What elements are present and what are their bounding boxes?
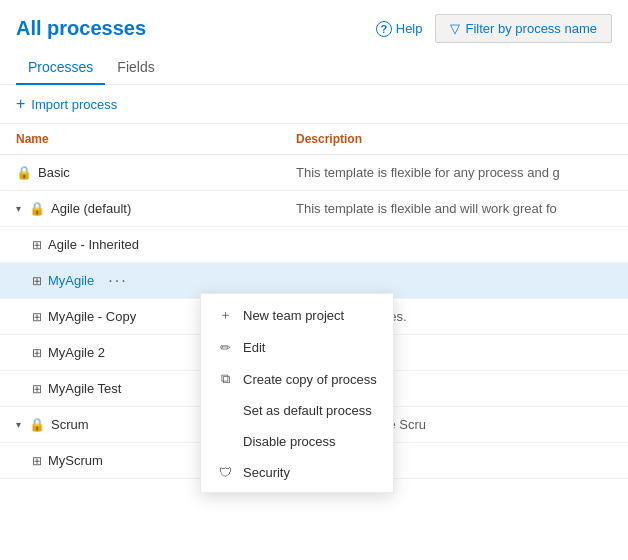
inherit-icon: ⊞ xyxy=(32,346,42,360)
help-label: Help xyxy=(396,21,423,36)
tab-fields[interactable]: Fields xyxy=(105,51,166,85)
inherit-icon: ⊞ xyxy=(32,382,42,396)
plus-menu-icon: ＋ xyxy=(217,306,233,324)
lock-icon: 🔒 xyxy=(29,201,45,216)
menu-item-new-team-project[interactable]: ＋ New team project xyxy=(201,298,393,332)
tabs-bar: Processes Fields xyxy=(0,51,628,85)
process-name[interactable]: Scrum xyxy=(51,417,89,432)
menu-item-edit[interactable]: ✏ Edit xyxy=(201,332,393,363)
menu-item-disable[interactable]: Disable process xyxy=(201,426,393,457)
help-circle-icon: ? xyxy=(376,21,392,37)
inherit-icon: ⊞ xyxy=(32,454,42,468)
table-row: 🔒 Basic This template is flexible for an… xyxy=(0,155,628,191)
filter-label: Filter by process name xyxy=(466,21,598,36)
table-row: ⊞ Agile - Inherited xyxy=(0,227,628,263)
process-description: This template is flexible and will work … xyxy=(296,201,612,216)
import-label: Import process xyxy=(31,97,117,112)
context-menu: ＋ New team project ✏ Edit ⧉ Create copy … xyxy=(200,293,394,493)
process-name[interactable]: MyAgile 2 xyxy=(48,345,105,360)
process-name[interactable]: MyAgile - Copy xyxy=(48,309,136,324)
inherit-icon: ⊞ xyxy=(32,310,42,324)
import-process-button[interactable]: + Import process xyxy=(16,95,117,113)
inherit-icon: ⊞ xyxy=(32,274,42,288)
table-row: ▾ 🔒 Agile (default) This template is fle… xyxy=(0,191,628,227)
menu-item-set-default[interactable]: Set as default process xyxy=(201,395,393,426)
menu-label: New team project xyxy=(243,308,344,323)
menu-item-create-copy[interactable]: ⧉ Create copy of process xyxy=(201,363,393,395)
process-name[interactable]: Agile - Inherited xyxy=(48,237,139,252)
page-title: All processes xyxy=(16,17,146,40)
chevron-icon: ▾ xyxy=(16,419,21,430)
filter-button[interactable]: ▽ Filter by process name xyxy=(435,14,613,43)
process-name[interactable]: Basic xyxy=(38,165,70,180)
table-row: ⊞ MyAgile ··· ＋ New team project ✏ Edit … xyxy=(0,263,628,299)
menu-label: Set as default process xyxy=(243,403,372,418)
tab-processes[interactable]: Processes xyxy=(16,51,105,85)
inherit-icon: ⊞ xyxy=(32,238,42,252)
process-name-myagile[interactable]: MyAgile xyxy=(48,273,94,288)
col-header-name: Name xyxy=(16,132,296,146)
plus-icon: + xyxy=(16,95,25,113)
toolbar: + Import process xyxy=(0,85,628,124)
chevron-icon: ▾ xyxy=(16,203,21,214)
process-name[interactable]: MyScrum xyxy=(48,453,103,468)
col-header-description: Description xyxy=(296,132,612,146)
shield-icon: 🛡 xyxy=(217,465,233,480)
menu-item-security[interactable]: 🛡 Security xyxy=(201,457,393,488)
process-description: This template is flexible for any proces… xyxy=(296,165,612,180)
lock-icon: 🔒 xyxy=(29,417,45,432)
help-link[interactable]: ? Help xyxy=(376,21,423,37)
copy-icon: ⧉ xyxy=(217,371,233,387)
filter-icon: ▽ xyxy=(450,21,460,36)
menu-label: Disable process xyxy=(243,434,336,449)
menu-label: Create copy of process xyxy=(243,372,377,387)
table-header: Name Description xyxy=(0,124,628,155)
pencil-icon: ✏ xyxy=(217,340,233,355)
process-name[interactable]: MyAgile Test xyxy=(48,381,121,396)
menu-label: Security xyxy=(243,465,290,480)
header: All processes ? Help ▽ Filter by process… xyxy=(0,0,628,51)
menu-label: Edit xyxy=(243,340,265,355)
process-name[interactable]: Agile (default) xyxy=(51,201,131,216)
lock-icon: 🔒 xyxy=(16,165,32,180)
ellipsis-button[interactable]: ··· xyxy=(108,272,127,290)
